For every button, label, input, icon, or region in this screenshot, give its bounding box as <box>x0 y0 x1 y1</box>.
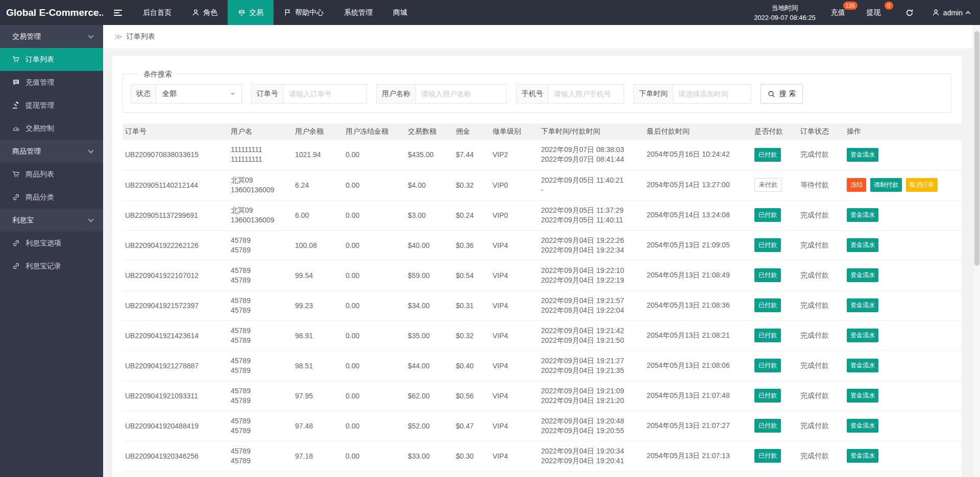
paid-cell: 已付款 <box>752 140 798 170</box>
level-cell: VIP4 <box>490 290 538 320</box>
status-filter: 状态 全部 <box>131 84 242 104</box>
column-header-0: 订单号 <box>122 123 228 140</box>
paid-badge: 已付款 <box>754 419 781 433</box>
cancel-order-button[interactable]: 取消订单 <box>906 178 938 192</box>
user-cell: 4578945789 <box>228 260 292 290</box>
paid-cell: 已付款 <box>752 381 798 411</box>
nav-item-dashboard[interactable]: 后台首页 <box>133 0 182 25</box>
local-time-label: 当地时间 <box>754 3 816 13</box>
funds-flow-button[interactable]: 资金流水 <box>847 449 878 463</box>
funds-flow-button[interactable]: 资金流水 <box>847 359 878 372</box>
column-header-7: 下单时间/付款时间 <box>538 123 644 140</box>
comment-icon <box>12 79 20 86</box>
level-cell: VIP4 <box>490 260 538 290</box>
sidebar-item-interest-options[interactable]: 利息宝选项 <box>0 232 103 255</box>
sidebar-item-label: 交易控制 <box>26 124 54 133</box>
sidebar-item-withdraw-management[interactable]: 提现管理 <box>0 94 103 117</box>
nav-item-system[interactable]: 系统管理 <box>334 0 383 25</box>
table-row: UB2209041921093311457894578997.950.00$62… <box>122 381 962 411</box>
sidebar-item-trade-control[interactable]: 交易控制 <box>0 117 103 140</box>
scrollbar-thumb[interactable] <box>974 31 979 266</box>
last-pay-time-cell: 2054年05月13日 21:08:21 <box>644 320 752 350</box>
user-menu[interactable]: admin <box>922 9 980 17</box>
order-time-cell: 2022年09月04日 19:20:482022年09月04日 19:20:55 <box>538 411 644 441</box>
funds-flow-button[interactable]: 资金流水 <box>847 329 878 342</box>
actions-cell: 资金流水 <box>844 230 962 260</box>
sidebar-item-label: 充值管理 <box>26 78 54 87</box>
menu-toggle-icon[interactable] <box>103 0 133 25</box>
sidebar-group-goods-management[interactable]: 商品管理 <box>0 140 103 163</box>
commission-cell: $0.24 <box>453 200 490 230</box>
order-time-cell: 2022年09月04日 19:21:092022年09月04日 19:21:20 <box>538 381 644 411</box>
commission-cell: $7.44 <box>453 140 490 170</box>
user-icon <box>932 9 940 16</box>
order-time-filter: 下单时间 <box>633 84 751 104</box>
nav-item-mall[interactable]: 商城 <box>383 0 418 25</box>
user-name-filter: 用户名称 <box>376 84 507 104</box>
amount-cell: $40.00 <box>405 230 453 260</box>
sidebar-group-label: 商品管理 <box>12 147 41 155</box>
balance-cell: 1021.94 <box>292 140 343 170</box>
column-header-10: 订单状态 <box>798 123 844 140</box>
nav-item-help-center[interactable]: 帮助中心 <box>274 0 334 25</box>
order-status-cell: 完成付款 <box>798 411 844 441</box>
funds-flow-button[interactable]: 资金流水 <box>847 238 878 252</box>
sidebar-group-trade-management[interactable]: 交易管理 <box>0 25 103 48</box>
sidebar-item-recharge-management[interactable]: 充值管理 <box>0 71 103 94</box>
sidebar-item-goods-list[interactable]: 商品列表 <box>0 163 103 186</box>
user-cell: 4578945789 <box>228 290 292 320</box>
order-time-input[interactable] <box>673 84 751 104</box>
nav-item-label: 商城 <box>393 8 407 17</box>
funds-flow-button[interactable]: 资金流水 <box>847 268 878 282</box>
table-row: UB2209041920346256457894578997.180.00$33… <box>122 441 962 471</box>
table-row: UB2209041920488419457894578997.480.00$52… <box>122 411 962 441</box>
search-button[interactable]: 搜 索 <box>761 84 803 104</box>
level-cell: VIP0 <box>490 200 538 230</box>
amount-cell: $4.00 <box>405 170 453 200</box>
sidebar-item-order-list[interactable]: 订单列表 <box>0 48 103 71</box>
amount-cell: $44.00 <box>405 350 453 381</box>
sidebar-item-label: 商品列表 <box>26 170 54 179</box>
phone-input[interactable] <box>549 84 624 104</box>
flag-icon <box>284 9 291 16</box>
order-status-cell: 等待付款 <box>798 170 844 200</box>
commission-cell: $0.32 <box>453 320 490 350</box>
breadcrumb: ≫ 订单列表 <box>103 25 980 48</box>
actions-cell: 冻结强制付款取消订单 <box>844 170 962 200</box>
actions-cell: 资金流水 <box>844 200 962 230</box>
order-no-input[interactable] <box>284 84 367 104</box>
chevron-down-icon <box>88 33 93 38</box>
balance-cell: 99.54 <box>292 260 343 290</box>
funds-flow-button[interactable]: 资金流水 <box>847 419 878 433</box>
paid-badge: 已付款 <box>754 389 781 403</box>
nav-item-roles[interactable]: 角色 <box>182 0 228 25</box>
user-name-input[interactable] <box>416 84 507 104</box>
sidebar-item-label: 利息宝记录 <box>26 262 61 271</box>
status-select[interactable]: 全部 <box>156 84 242 104</box>
nav-item-trade[interactable]: 交易 <box>228 0 274 25</box>
balance-cell: 99.23 <box>292 290 343 320</box>
column-header-4: 交易数额 <box>405 123 453 140</box>
sidebar-item-goods-category[interactable]: 商品分类 <box>0 186 103 209</box>
funds-flow-button[interactable]: 资金流水 <box>847 208 878 222</box>
force-pay-button[interactable]: 强制付款 <box>870 178 902 192</box>
paid-cell: 已付款 <box>752 260 798 290</box>
vertical-scrollbar[interactable] <box>973 25 980 477</box>
balance-cell: 97.95 <box>292 381 343 411</box>
orders-table: 订单号用户名用户余额用户冻结金额交易数额佣金做单级别下单时间/付款时间最后付款时… <box>122 123 962 471</box>
cart-icon <box>12 56 20 63</box>
funds-flow-button[interactable]: 资金流水 <box>847 298 878 312</box>
commission-cell: $0.32 <box>453 170 490 200</box>
recharge-nav-item[interactable]: 充值 135 <box>826 0 850 25</box>
paid-badge: 已付款 <box>754 298 781 312</box>
balance-cell: 100.08 <box>292 230 343 260</box>
sidebar-group-interest-treasure[interactable]: 利息宝 <box>0 209 103 232</box>
funds-flow-button[interactable]: 资金流水 <box>847 148 878 162</box>
freeze-button[interactable]: 冻结 <box>847 178 866 192</box>
refresh-icon <box>905 9 914 17</box>
withdraw-nav-item[interactable]: 提现 0 <box>862 0 886 25</box>
refresh-button[interactable] <box>897 9 922 17</box>
sidebar-item-interest-records[interactable]: 利息宝记录 <box>0 255 103 278</box>
funds-flow-button[interactable]: 资金流水 <box>847 389 878 403</box>
chevron-down-icon <box>88 147 93 153</box>
